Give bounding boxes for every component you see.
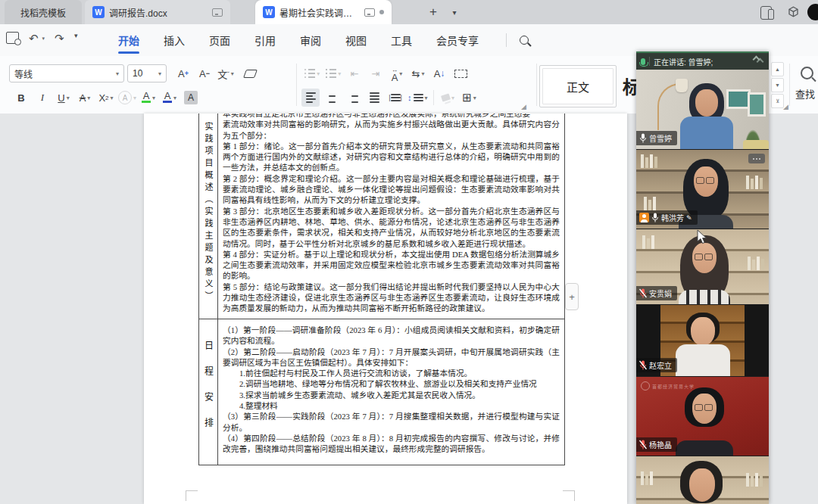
participant-video-person — [676, 313, 730, 376]
paragraph: 第 2 部分：概念界定和理论介绍。这一部分主要内容是对相关概念和理论基础进行梳理… — [223, 173, 560, 206]
strikethrough-button[interactable]: A▾ — [76, 89, 94, 107]
table-header-cell-schedule[interactable]: 日程安排 — [199, 319, 218, 465]
increase-font-button[interactable]: A+ — [174, 64, 192, 82]
font-color-button[interactable]: A▾ — [161, 89, 179, 107]
mic-muted-icon — [639, 360, 647, 370]
text-direction-button[interactable]: ↔A▾ — [388, 64, 406, 82]
search-button[interactable] — [520, 34, 529, 48]
rename-pencil-icon[interactable]: ✎ — [686, 214, 692, 222]
justify-button[interactable] — [365, 89, 383, 107]
font-name-select[interactable]: 等线 ▾ — [9, 64, 124, 82]
undo-button[interactable]: ↶▾ — [29, 32, 45, 45]
host-badge-icon — [639, 213, 649, 222]
table-header-cell-overview[interactable]: 实践项目概述（实践主题及意义） — [199, 114, 218, 319]
tab-document-report[interactable]: W 调研报告.docx — [85, 0, 230, 24]
paragraph-numbered: 1.前往佃起村与村民及工作人员进行交流和访谈，了解基本情况。 — [239, 368, 560, 378]
menu-insert[interactable]: 插入 — [151, 24, 197, 56]
tab-stops-button[interactable] — [451, 64, 470, 82]
cloud-sync-icon[interactable] — [364, 8, 375, 17]
divider — [296, 64, 297, 106]
menu-view[interactable]: 视图 — [333, 24, 379, 56]
document-page[interactable]: 实践项目概述（实践主题及意义） 本实践项目立足北京市生态涵养区与非生态涵养区发展… — [144, 114, 627, 504]
group-expand-icon[interactable]: ◢ — [521, 103, 526, 110]
decrease-indent-button[interactable]: ⇤ — [345, 64, 364, 82]
participant-video-person — [674, 387, 735, 456]
wps-writer-icon: W — [263, 6, 275, 18]
video-tile-participant-4[interactable]: 赵宏立 — [636, 305, 769, 377]
quick-access-more-chevron-icon[interactable]: ▾ — [74, 32, 78, 39]
style-box-frame — [542, 68, 614, 104]
text-wrap-button[interactable]: ⇆▾ — [409, 64, 427, 82]
decrease-font-button[interactable]: A− — [195, 64, 214, 82]
tab-template-store[interactable]: 找稻壳模板 — [5, 0, 82, 24]
menu-home[interactable]: 开始 — [106, 24, 151, 56]
meeting-header: 正在讲话: 曾雪婷; — [636, 53, 769, 70]
highlight-color-button[interactable]: A▾ — [139, 89, 158, 107]
multi-device-icon[interactable] — [760, 6, 772, 20]
increase-indent-button[interactable]: ⇥ — [367, 64, 385, 82]
divider — [536, 64, 537, 106]
print-preview-button[interactable] — [6, 32, 19, 44]
style-normal[interactable]: 正文 — [539, 65, 617, 107]
cloud-sync-icon[interactable] — [212, 8, 223, 17]
bold-button[interactable]: B — [12, 89, 30, 107]
video-meeting-panel[interactable]: 正在讲话: 曾雪婷; 曾雪婷 — [636, 51, 769, 504]
group-expand-icon[interactable]: ◢ — [783, 103, 788, 110]
numbered-list-button[interactable]: ▾ — [324, 64, 342, 82]
font-name-value: 等线 — [14, 67, 33, 80]
video-tile-participant-5[interactable]: 首都经济贸易大学 杨艳晶 — [636, 377, 769, 456]
character-shading-button[interactable]: A — [182, 89, 200, 107]
distribute-button[interactable]: || — [386, 89, 404, 107]
video-tile-participant-1[interactable]: 曾雪婷 — [636, 70, 769, 150]
menu-review[interactable]: 审阅 — [288, 24, 333, 56]
table-content-cell-overview[interactable]: 本实践项目立足北京市生态涵养区与非生态涵养区发展实际，系统研究城乡之间生态要 素… — [218, 114, 564, 319]
font-size-select[interactable]: 10 ▾ — [127, 64, 167, 82]
bullet-list-button[interactable]: ▾ — [303, 64, 321, 82]
align-right-button[interactable] — [344, 89, 362, 107]
align-left-button[interactable] — [301, 89, 320, 107]
shading-fill-button[interactable]: ▾ — [439, 89, 457, 107]
align-center-button[interactable] — [323, 89, 341, 107]
line-spacing-button[interactable]: ↕▾ — [407, 89, 428, 107]
phonetic-guide-button[interactable]: 文˘▾ — [217, 64, 235, 82]
chevron-down-icon: ▾ — [116, 70, 119, 77]
italic-button[interactable]: I — [33, 89, 52, 107]
gallery-scroll-up-icon[interactable]: ▲ — [771, 62, 784, 76]
paragraph: （2）第二阶段——启动阶段（2023 年 7 月）：7 月开展案头调研，中旬开展… — [223, 347, 560, 369]
gallery-expand-icon[interactable]: ⊻ — [771, 94, 784, 108]
superscript-button[interactable]: X2▾ — [97, 89, 115, 107]
clear-format-button[interactable] — [241, 64, 259, 82]
participant-name: 赵宏立 — [649, 359, 672, 371]
video-tile-participant-6[interactable] — [636, 456, 769, 504]
quick-insert-button[interactable]: + — [565, 283, 579, 310]
menu-page[interactable]: 页面 — [197, 24, 242, 56]
underline-button[interactable]: U▾ — [55, 89, 73, 107]
expand-panel-icon[interactable] — [754, 57, 764, 66]
sort-button[interactable]: A↓ — [430, 64, 448, 82]
align-center-icon — [327, 92, 337, 103]
wps-writer-icon: W — [92, 6, 105, 18]
numbered-list-icon — [326, 69, 337, 79]
borders-button[interactable]: ⊞▾ — [461, 89, 479, 107]
speaking-mic-icon — [641, 58, 645, 65]
new-tab-button[interactable]: + — [424, 3, 442, 21]
tile-more-options-icon[interactable] — [748, 154, 765, 163]
table-content-cell-schedule[interactable]: （1）第一阶段——调研准备阶段（2023 年 6 月）：小组成员阅读相关文献和资… — [218, 319, 564, 465]
text-effects-button[interactable]: A▾ — [118, 89, 136, 107]
video-tile-participant-2[interactable]: 韩洪芳 ✎ — [636, 150, 769, 229]
gallery-scroll-down-icon[interactable]: ▼ — [771, 78, 784, 92]
user-avatar[interactable] — [807, 4, 818, 20]
paragraph: 第 4 部分：实证分析。基于以上理论和现状分析，本文提出使用 DEA 数据包络分… — [223, 249, 560, 282]
find-replace-button[interactable]: 查找 — [795, 65, 818, 106]
participant-name-badge: 安贵娟 — [636, 286, 677, 300]
menu-member[interactable]: 会员专享 — [424, 24, 491, 56]
tab-list-chevron-icon[interactable]: ▾ — [447, 3, 462, 21]
tab-document-plan-active[interactable]: W 暑期社会实践调研计划 — [255, 0, 392, 24]
undo-chevron-icon[interactable]: ▾ — [42, 36, 45, 42]
bookshelf-books — [748, 257, 764, 270]
document-table[interactable]: 实践项目概述（实践主题及意义） 本实践项目立足北京市生态涵养区与非生态涵养区发展… — [198, 114, 565, 465]
menu-tools[interactable]: 工具 — [379, 24, 424, 56]
redo-button[interactable]: ↷ — [55, 32, 64, 45]
resources-cube-icon[interactable] — [788, 6, 799, 17]
menu-reference[interactable]: 引用 — [242, 24, 288, 56]
